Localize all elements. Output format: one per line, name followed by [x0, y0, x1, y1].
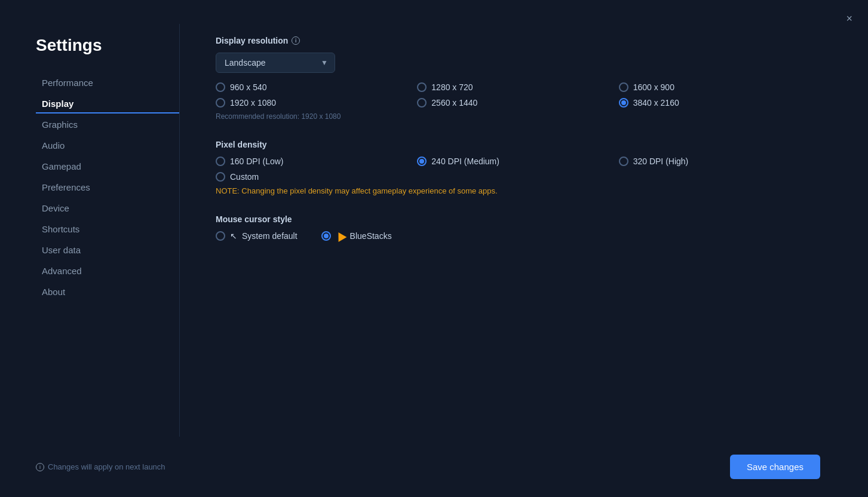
resolution-radio-2560x1440[interactable] [417, 98, 427, 108]
settings-modal: × Settings Performance Display Graphics … [0, 0, 868, 497]
display-resolution-title: Display resolution i [216, 36, 820, 45]
cursor-radio-system[interactable] [216, 231, 225, 241]
resolution-option-3840x2160[interactable]: 3840 x 2160 [619, 98, 820, 108]
resolution-radio-1920x1080[interactable] [216, 98, 225, 108]
sidebar-item-advanced[interactable]: Advanced [36, 261, 179, 281]
save-changes-button[interactable]: Save changes [730, 455, 820, 479]
mouse-cursor-title: Mouse cursor style [216, 214, 820, 224]
sidebar-item-shortcuts[interactable]: Shortcuts [36, 219, 179, 239]
dpi-radio-320[interactable] [619, 157, 628, 166]
sidebar-item-gamepad[interactable]: Gamepad [36, 157, 179, 176]
dpi-option-160[interactable]: 160 DPI (Low) [216, 157, 417, 166]
resolution-option-1920x1080[interactable]: 1920 x 1080 [216, 98, 417, 108]
sidebar-item-display[interactable]: Display [36, 94, 179, 113]
mouse-cursor-section: Mouse cursor style ↖ System default Blue… [216, 214, 820, 241]
pixel-density-section: Pixel density 160 DPI (Low) 240 DPI (Med… [216, 140, 820, 195]
sidebar: Settings Performance Display Graphics Au… [0, 0, 179, 443]
dpi-radio-160[interactable] [216, 157, 225, 166]
main-content: Display resolution i Landscape Portrait … [180, 0, 868, 443]
dpi-option-320[interactable]: 320 DPI (High) [619, 157, 820, 166]
sidebar-item-performance[interactable]: Performance [36, 73, 179, 93]
resolution-option-1280x720[interactable]: 1280 x 720 [417, 82, 618, 92]
resolution-radio-group: 960 x 540 1280 x 720 1600 x 900 1920 x 1… [216, 82, 820, 108]
cursor-radio-bluestacks[interactable] [321, 231, 331, 241]
close-icon: × [846, 13, 852, 24]
orientation-dropdown-wrapper: Landscape Portrait ▼ [216, 53, 335, 73]
resolution-radio-3840x2160[interactable] [619, 98, 628, 108]
sidebar-nav: Performance Display Graphics Audio Gamep… [36, 73, 179, 302]
sidebar-item-about[interactable]: About [36, 282, 179, 302]
display-resolution-info-icon: i [292, 36, 300, 45]
sidebar-item-user-data[interactable]: User data [36, 240, 179, 260]
dpi-option-240[interactable]: 240 DPI (Medium) [417, 157, 618, 166]
recommended-resolution-text: Recommended resolution: 1920 x 1080 [216, 112, 820, 121]
sidebar-item-preferences[interactable]: Preferences [36, 177, 179, 197]
dpi-option-custom[interactable]: Custom [216, 172, 417, 182]
resolution-radio-960x540[interactable] [216, 82, 225, 92]
resolution-radio-1280x720[interactable] [417, 82, 427, 92]
resolution-radio-1600x900[interactable] [619, 82, 628, 92]
resolution-option-2560x1440[interactable]: 2560 x 1440 [417, 98, 618, 108]
close-button[interactable]: × [841, 11, 857, 26]
sidebar-item-audio[interactable]: Audio [36, 136, 179, 155]
cursor-option-system[interactable]: ↖ System default [216, 231, 297, 241]
orientation-dropdown[interactable]: Landscape Portrait [216, 53, 335, 73]
pixel-density-note: NOTE: Changing the pixel density may aff… [216, 186, 820, 195]
content-area: Settings Performance Display Graphics Au… [0, 0, 868, 443]
footer-note: i Changes will apply on next launch [36, 462, 165, 471]
sidebar-item-graphics[interactable]: Graphics [36, 115, 179, 134]
footer-info-icon: i [36, 463, 44, 471]
mouse-cursor-options: ↖ System default BlueStacks [216, 231, 820, 241]
page-title: Settings [36, 36, 179, 55]
dpi-radio-240[interactable] [417, 157, 427, 166]
bluestacks-cursor-icon [334, 230, 346, 242]
resolution-option-1600x900[interactable]: 1600 x 900 [619, 82, 820, 92]
display-resolution-section: Display resolution i Landscape Portrait … [216, 36, 820, 121]
dpi-radio-custom[interactable] [216, 172, 225, 182]
sidebar-item-device[interactable]: Device [36, 198, 179, 218]
cursor-option-bluestacks[interactable]: BlueStacks [321, 231, 392, 241]
pixel-density-radio-group: 160 DPI (Low) 240 DPI (Medium) 320 DPI (… [216, 157, 820, 182]
pixel-density-title: Pixel density [216, 140, 820, 149]
resolution-option-960x540[interactable]: 960 x 540 [216, 82, 417, 92]
footer: i Changes will apply on next launch Save… [0, 443, 868, 497]
system-cursor-icon: ↖ [230, 231, 237, 241]
